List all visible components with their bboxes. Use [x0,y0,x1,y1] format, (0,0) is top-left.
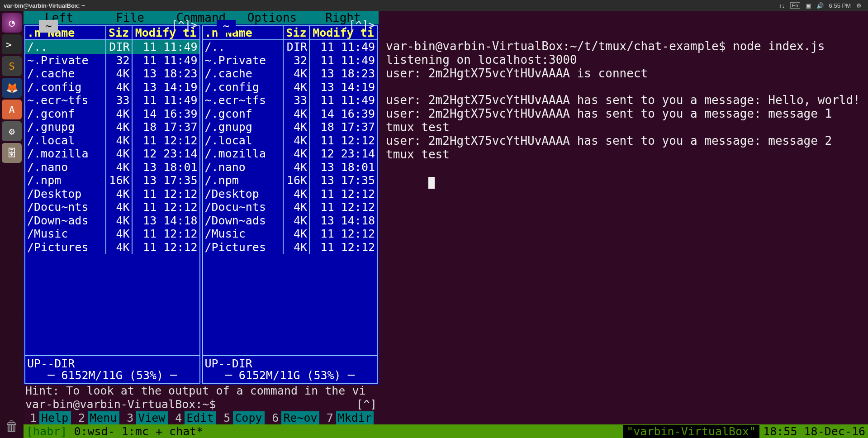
tmux-pane-separator[interactable] [379,11,384,424]
mc-left-disk: ─ 6152M/11G (53%) ─ [25,369,199,383]
firefox-icon[interactable]: 🦊 [2,78,22,98]
mc-menu-file[interactable]: File [95,11,166,24]
mc-left-footer: UP--DIR [25,355,199,369]
mc-left-path[interactable]: ~ [39,20,58,33]
file-row[interactable]: /Desktop 4K11 12:12 [25,187,199,201]
tmux-host: "varbin-VirtualBox" [623,425,759,438]
mc-right-footer: UP--DIR [203,355,377,369]
network-icon[interactable]: ↑↓ [779,2,785,9]
mc-right-controls[interactable]: .[^]> [342,19,375,32]
fkey-menu[interactable]: 2Menu [72,411,119,424]
terminal-cursor [428,177,435,189]
mc-right-disk: ─ 6152M/11G (53%) ─ [203,369,377,383]
file-row[interactable]: /Pictures 4K11 12:12 [25,241,199,254]
file-row[interactable]: /.nano 4K13 18:01 [25,161,199,174]
sublime-icon[interactable]: S [2,56,22,76]
tmux-status-bar[interactable]: [habr] 0:wsd- 1:mc + chat* "varbin-Virtu… [24,424,868,438]
file-row[interactable]: /Pictures 4K11 12:12 [203,241,377,254]
fkey-view[interactable]: 3View [120,411,168,424]
gnome-top-panel: var-bin@varbin-VirtualBox: ~ ↑↓ En ▣ 🔊 6… [0,0,868,11]
fkey-mkdir[interactable]: 7Mkdir [320,411,374,424]
file-row[interactable]: /Desktop 4K11 12:12 [203,187,377,201]
fkey-copy[interactable]: 5Copy [217,411,265,424]
file-row[interactable]: /.gnupg 4K18 17:37 [203,120,377,134]
file-row[interactable]: /.config 4K13 14:19 [25,81,199,94]
clock[interactable]: 6:55 PM [829,2,851,9]
battery-icon[interactable]: ▣ [806,2,811,9]
mc-right-path[interactable]: ~ [217,20,236,33]
tmux-pane-node[interactable]: var-bin@varbin-VirtualBox:~/t/tmux/chat-… [384,11,868,424]
tmux-session: [habr] [26,425,67,438]
software-center-icon[interactable]: A [2,100,22,119]
file-row[interactable]: /.nano 4K13 18:01 [203,161,377,174]
tmux-windows[interactable]: 0:wsd- 1:mc + chat* [74,425,203,438]
mc-menu-bar[interactable]: Left File Command Options Right [24,11,379,24]
file-row[interactable]: /.. DIR11 11:49 [203,40,377,54]
file-row[interactable]: /Docu~nts 4K11 12:12 [203,200,377,214]
file-row[interactable]: ~.ecr~tfs 3311 11:49 [203,94,377,107]
file-row[interactable]: /.. DIR11 11:49 [25,40,199,54]
mc-right-panel[interactable]: ~ .[^]> .n Name Siz Modify ti /.. DIR11 … [201,24,379,385]
trash-icon[interactable]: 🗑 [2,416,21,435]
file-row[interactable]: ~.ecr~tfs 3311 11:49 [25,94,199,107]
terminal-icon[interactable]: >_ [2,34,22,54]
file-row[interactable]: /Down~ads 4K13 14:18 [203,214,377,228]
file-row[interactable]: /.local 4K11 12:12 [25,134,199,148]
settings-icon[interactable]: ⚙ [2,121,22,141]
mc-menu-left[interactable]: Left [24,11,95,24]
mc-left-panel[interactable]: ~ .[^]> .n Name Siz Modify ti /.. DIR11 … [24,24,201,385]
file-row[interactable]: /Music 4K11 12:12 [203,227,377,241]
tmux-time: 18:55 18-Dec-16 [759,425,865,438]
file-row[interactable]: /.gconf 4K14 16:39 [25,107,199,121]
volume-icon[interactable]: 🔊 [816,2,824,9]
keyboard-lang-indicator[interactable]: En [790,2,800,9]
file-row[interactable]: /.gconf 4K14 16:39 [203,107,377,121]
file-row[interactable]: /.cache 4K13 18:23 [203,67,377,81]
mc-prompt[interactable]: var-bin@varbin-VirtualBox:~$ [^] [24,398,379,411]
file-row[interactable]: /Docu~nts 4K11 12:12 [25,200,199,214]
file-row[interactable]: /.gnupg 4K18 17:37 [25,120,199,134]
mc-left-controls[interactable]: .[^]> [165,19,197,32]
mc-prompt-text: var-bin@varbin-VirtualBox:~$ [25,398,356,411]
file-row[interactable]: /.mozilla 4K12 23:14 [203,147,377,161]
mc-fkeys[interactable]: 1Help2Menu3View4Edit5Copy6Re~ov7Mkdir [24,411,379,424]
fkey-help[interactable]: 1Help [24,411,71,424]
mc-prompt-ctrl: [^] [356,398,377,411]
file-row[interactable]: ~.Private 3211 11:49 [203,54,377,67]
window-title: var-bin@varbin-VirtualBox: ~ [4,2,85,9]
file-row[interactable]: /.local 4K11 12:12 [203,134,377,148]
file-row[interactable]: ~.Private 3211 11:49 [25,54,199,67]
file-row[interactable]: /Music 4K11 12:12 [25,227,199,241]
terminal-output: var-bin@varbin-VirtualBox:~/t/tmux/chat-… [386,40,866,162]
file-row[interactable]: /Down~ads 4K13 14:18 [25,214,199,228]
gear-icon[interactable]: ⚙ [856,2,862,9]
files-icon[interactable]: 🗄 [2,143,22,163]
unity-launcher: ◔ >_ S 🦊 A ⚙ 🗄 [0,11,24,438]
file-row[interactable]: /.npm 16K13 17:35 [203,174,377,187]
fkey-re~ov[interactable]: 6Re~ov [266,411,319,424]
file-row[interactable]: /.mozilla 4K12 23:14 [25,147,199,161]
fkey-edit[interactable]: 4Edit [169,411,216,424]
mc-menu-options[interactable]: Options [237,11,308,24]
file-row[interactable]: /.config 4K13 14:19 [203,81,377,94]
file-row[interactable]: /.npm 16K13 17:35 [25,174,199,187]
file-row[interactable]: /.cache 4K13 18:23 [25,67,199,81]
tmux-pane-mc[interactable]: Left File Command Options Right ~ .[^]> … [24,11,379,424]
dash-icon[interactable]: ◔ [2,13,22,33]
mc-hint: Hint: To look at the output of a command… [24,385,379,398]
